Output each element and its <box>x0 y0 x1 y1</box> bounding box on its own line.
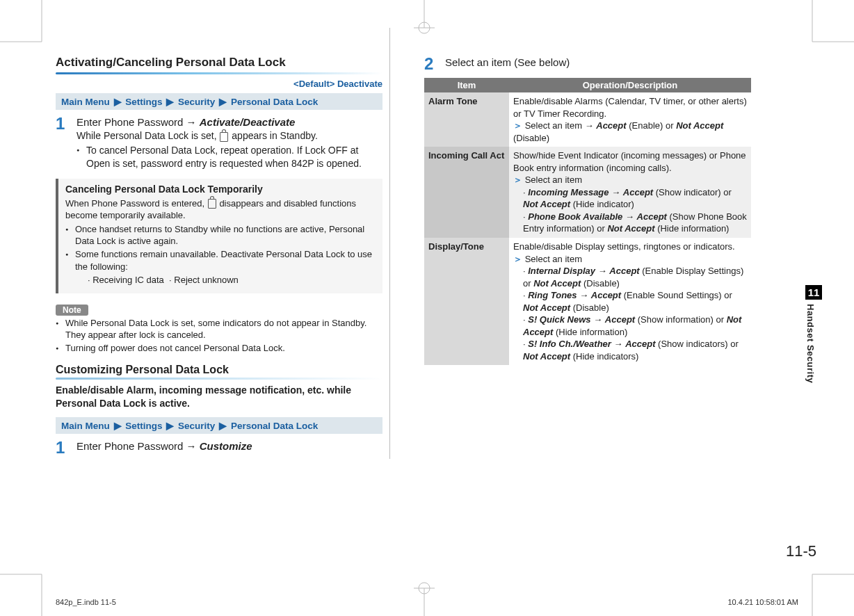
chapter-name: Handset Security <box>805 304 816 383</box>
bullet-item: Once handset returns to Standby while no… <box>65 223 376 248</box>
info-box-canceling: Canceling Personal Data Lock Temporarily… <box>56 179 382 293</box>
chapter-tab: 11 Handset Security <box>805 285 822 383</box>
chevron-icon: ＞ <box>513 175 522 185</box>
arrow-icon: → <box>611 187 620 197</box>
bc-item: Settings <box>125 421 162 431</box>
breadcrumb: Main Menu ▶ Settings ▶ Security ▶ Person… <box>56 93 382 110</box>
arrow-icon: → <box>585 120 594 131</box>
intro-text: Enable/disable Alarm, incoming message n… <box>56 384 382 410</box>
arrow-icon: → <box>186 116 197 128</box>
subtitle-underline <box>56 378 382 380</box>
step-2: 2 Select an item (See below) <box>424 56 751 72</box>
arrow-icon: → <box>598 266 607 276</box>
step-1: 1 Enter Phone Password → Activate/Deacti… <box>56 115 382 173</box>
th-desc: Operation/Description <box>509 78 751 92</box>
box-title: Canceling Personal Data Lock Temporarily <box>65 183 376 196</box>
item-desc: Show/hide Event Indicator (incoming mess… <box>509 147 751 238</box>
bullet-item: To cancel Personal Data Lock, repeat ope… <box>76 144 382 170</box>
chevron-right-icon: ▶ <box>219 421 227 431</box>
step-number: 1 <box>56 439 76 456</box>
chevron-icon: ＞ <box>513 254 522 264</box>
lock-icon <box>220 132 228 142</box>
page-number: 11-5 <box>786 542 816 560</box>
table-row: Incoming Call Act Show/hide Event Indica… <box>424 147 751 238</box>
chevron-right-icon: ▶ <box>166 97 174 107</box>
table-row: Display/Tone Enable/disable Display sett… <box>424 238 751 365</box>
item-desc: Enable/disable Display settings, rington… <box>509 238 751 365</box>
section-title: Activating/Canceling Personal Data Lock <box>56 56 382 70</box>
arrow-icon: → <box>593 314 602 325</box>
subsection-title: Customizing Personal Data Lock <box>56 364 382 376</box>
th-item: Item <box>424 78 509 92</box>
item-desc: Enable/disable Alarms (Calendar, TV time… <box>509 92 751 147</box>
page-content: Activating/Canceling Personal Data Lock … <box>56 28 800 556</box>
chevron-icon: ＞ <box>513 120 522 131</box>
bc-item: Security <box>178 97 215 107</box>
chevron-right-icon: ▶ <box>114 421 122 431</box>
arrow-icon: → <box>614 339 623 349</box>
step-number: 2 <box>424 56 445 72</box>
note-item: While Personal Data Lock is set, some in… <box>56 317 382 341</box>
sub-list: · Receiving IC data · Reject unknown <box>75 274 376 286</box>
default-value: <Default> Deactivate <box>56 79 382 89</box>
chevron-right-icon: ▶ <box>114 97 122 107</box>
bc-item: Personal Data Lock <box>231 421 318 431</box>
footer-left: 842p_E.indb 11-5 <box>56 598 116 606</box>
bc-item: Settings <box>125 97 162 107</box>
bc-item: Security <box>178 421 215 431</box>
print-footer: 842p_E.indb 11-5 10.4.21 10:58:01 AM <box>56 598 798 606</box>
column-divider <box>389 28 390 459</box>
lock-icon <box>208 199 216 209</box>
chevron-right-icon: ▶ <box>166 421 174 431</box>
item-name: Incoming Call Act <box>424 147 509 238</box>
box-text: When Phone Password is entered, disappea… <box>65 197 376 222</box>
title-underline <box>56 72 382 74</box>
breadcrumb: Main Menu ▶ Settings ▶ Security ▶ Person… <box>56 417 382 434</box>
step-instruction: Select an item (See below) <box>445 56 751 70</box>
bullet-item: Some functions remain unavailable. Deact… <box>65 248 376 286</box>
operations-table: Item Operation/Description Alarm Tone En… <box>424 78 751 365</box>
item-name: Display/Tone <box>424 238 509 365</box>
chevron-right-icon: ▶ <box>219 97 227 107</box>
right-column: 2 Select an item (See below) Item Operat… <box>424 28 751 459</box>
chapter-number: 11 <box>805 285 822 300</box>
table-row: Alarm Tone Enable/disable Alarms (Calend… <box>424 92 751 147</box>
item-name: Alarm Tone <box>424 92 509 147</box>
bc-item: Main Menu <box>61 421 110 431</box>
note-item: Turning off power does not cancel Person… <box>56 342 382 355</box>
left-column: Activating/Canceling Personal Data Lock … <box>56 28 382 459</box>
arrow-icon: → <box>186 440 197 452</box>
bc-item: Main Menu <box>61 97 110 107</box>
bc-item: Personal Data Lock <box>231 97 318 107</box>
footer-right: 10.4.21 10:58:01 AM <box>727 598 798 606</box>
step-subtext: While Personal Data Lock is set, appears… <box>76 129 382 143</box>
step-customize-1: 1 Enter Phone Password → Customize <box>56 439 382 456</box>
step-instruction: Enter Phone Password → Activate/Deactiva… <box>76 115 382 129</box>
step-number: 1 <box>56 115 76 173</box>
step-instruction: Enter Phone Password → Customize <box>76 439 382 453</box>
note-badge: Note <box>56 305 88 316</box>
arrow-icon: → <box>625 211 634 222</box>
arrow-icon: → <box>579 290 588 300</box>
